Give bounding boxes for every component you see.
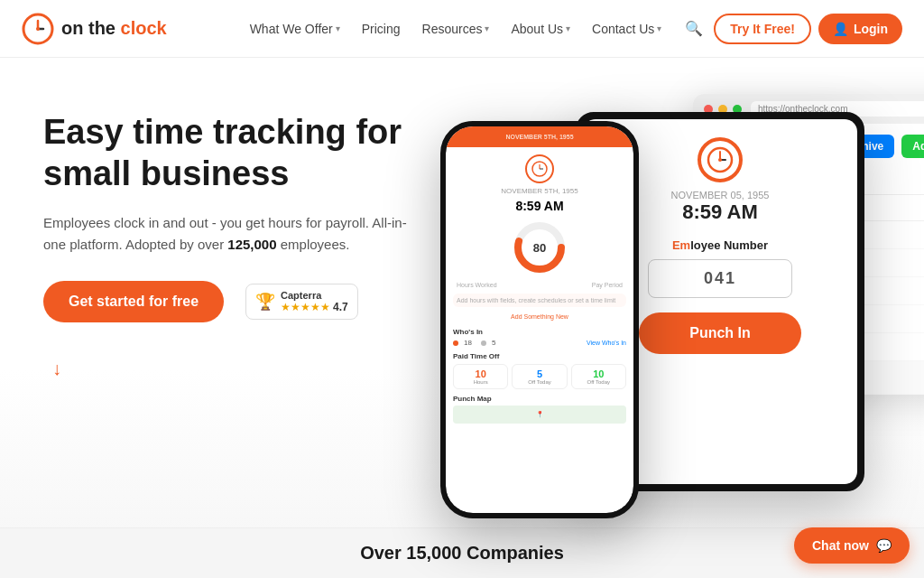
- punch-map-preview: 📍: [453, 406, 626, 424]
- chevron-down-icon: ▾: [485, 23, 489, 33]
- companies-bar: Over 15,000 Companies: [0, 527, 924, 578]
- clock-icon: [525, 154, 554, 183]
- capterra-icon: 🏆: [255, 292, 275, 312]
- hero-content: Easy time tracking for small business Em…: [43, 94, 422, 379]
- logo-icon: [22, 13, 54, 45]
- nav-about-us[interactable]: About Us ▾: [502, 16, 579, 42]
- hero-devices: NOVEMBER 5TH, 1955 NOVEMBER 5TH, 1955 8:…: [422, 94, 881, 564]
- nav-resources[interactable]: Resources ▾: [413, 16, 499, 42]
- nav-what-we-offer[interactable]: What We Offer ▾: [241, 16, 349, 42]
- hours-donut-chart: 80: [513, 220, 567, 275]
- add-something-new: Add Something New: [453, 311, 626, 322]
- login-button[interactable]: 👤 Login: [818, 14, 902, 44]
- scroll-down-arrow[interactable]: ↓: [43, 359, 70, 379]
- chat-now-button[interactable]: Chat now 💬: [794, 527, 910, 564]
- nav-pricing[interactable]: Pricing: [353, 16, 410, 42]
- employee-count: 125,000: [227, 237, 276, 252]
- user-icon: 👤: [833, 22, 848, 36]
- get-started-button[interactable]: Get started for free: [43, 281, 224, 322]
- star-icons: ★★★★★: [281, 301, 330, 313]
- employee-number-input[interactable]: 041: [648, 259, 792, 298]
- nav-links: What We Offer ▾ Pricing Resources ▾ Abou…: [241, 16, 671, 42]
- hero-subtitle: Employees clock in and out - you get hou…: [43, 212, 422, 256]
- companies-count: Over 15,000 Companies: [360, 543, 564, 564]
- add-hours-row: Add hours with fields, create schedules …: [453, 294, 626, 307]
- logo-text: on the clock: [61, 18, 167, 39]
- svg-point-12: [718, 158, 722, 162]
- phone-header: NOVEMBER 5TH, 1955: [446, 126, 633, 147]
- capterra-badge[interactable]: 🏆 Capterra ★★★★★ 4.7: [245, 284, 358, 320]
- logo[interactable]: on the clock: [22, 13, 167, 45]
- try-it-free-button[interactable]: Try It Free!: [714, 14, 811, 44]
- nav-contact-us[interactable]: Contact Us ▾: [583, 16, 670, 42]
- hero-title: Easy time tracking for small business: [43, 112, 422, 194]
- punch-in-button[interactable]: Punch In: [639, 312, 801, 354]
- tablet-clock-icon: [698, 137, 743, 182]
- pto-boxes: 10 Hours 5 Off Today 10 Off Today: [453, 364, 626, 389]
- whoin-stats: 18 5 View Who's In: [453, 339, 626, 347]
- chevron-down-icon: ▾: [566, 23, 570, 33]
- hero-section: Easy time tracking for small business Em…: [0, 58, 924, 578]
- search-icon[interactable]: 🔍: [685, 20, 703, 37]
- chat-icon: 💬: [876, 538, 892, 553]
- navbar: on the clock What We Offer ▾ Pricing Res…: [0, 0, 924, 58]
- phone-mockup: NOVEMBER 5TH, 1955 NOVEMBER 5TH, 1955 8:…: [440, 121, 639, 518]
- chevron-down-icon: ▾: [657, 23, 661, 33]
- chevron-down-icon: ▾: [336, 23, 340, 33]
- cta-row: Get started for free 🏆 Capterra ★★★★★ 4.…: [43, 281, 422, 322]
- svg-point-3: [36, 27, 40, 31]
- add-day-button[interactable]: Add Day: [901, 135, 924, 158]
